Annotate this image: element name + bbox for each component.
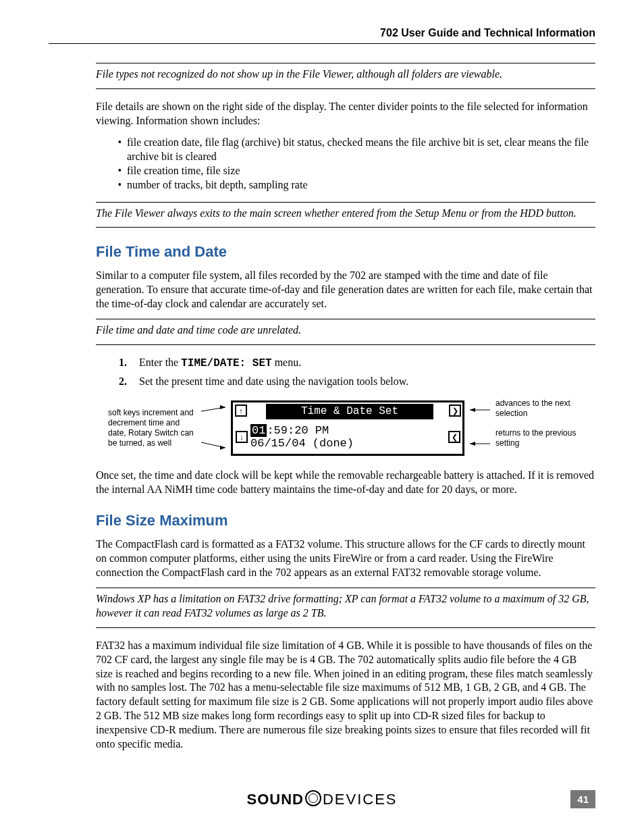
body-paragraph: The CompactFlash card is formatted as a … — [96, 538, 595, 579]
caption-return: returns to the previous setting — [495, 428, 583, 448]
list-item: number of tracks, bit depth, sampling ra… — [127, 178, 595, 192]
svg-marker-1 — [220, 405, 225, 409]
callout-note: File time and date and time code are unr… — [96, 319, 595, 345]
step-item: Set the present time and date using the … — [139, 375, 595, 389]
arrow-connector-left — [201, 405, 225, 452]
step-text: menu. — [272, 357, 302, 368]
svg-marker-5 — [470, 408, 475, 412]
lcd-title: Time & Date Set — [266, 404, 433, 419]
lcd-figure: soft keys increment and decrement time a… — [96, 398, 595, 458]
running-header: 702 User Guide and Technical Information — [49, 27, 595, 44]
section-heading-file-time-date: File Time and Date — [96, 242, 595, 262]
page-number: 41 — [570, 790, 595, 808]
figure-caption-right: advances to the next selection returns t… — [495, 398, 583, 458]
menu-name: TIME/DATE: SET — [181, 357, 271, 369]
lcd-date-line: 06/15/04 (done) — [250, 437, 449, 450]
page: 702 User Guide and Technical Information… — [0, 0, 644, 834]
figure-caption-left: soft keys increment and decrement time a… — [108, 408, 196, 448]
callout-note: Windows XP has a limitation on FAT32 dri… — [96, 588, 595, 628]
svg-marker-3 — [220, 446, 225, 450]
previous-setting-icon: ❮ — [448, 431, 460, 443]
lcd-readout: 01:59:20 PM 06/15/04 (done) — [250, 423, 449, 452]
softkey-down-icon: ↓ — [236, 431, 248, 443]
section-heading-file-size-max: File Size Maximum — [96, 511, 595, 531]
logo-text-bold: SOUND — [246, 791, 303, 808]
caption-advance: advances to the next selection — [495, 398, 583, 419]
svg-marker-7 — [470, 442, 475, 446]
ordered-steps: Enter the TIME/DATE: SET menu. Set the p… — [96, 356, 595, 389]
body-paragraph: File details are shown on the right side… — [96, 100, 595, 128]
logo-swirl-icon — [305, 790, 321, 806]
list-item: file creation date, file flag (archive) … — [127, 136, 595, 164]
logo-text-thin: DEVICES — [323, 791, 398, 808]
body-paragraph: Once set, the time and date clock will b… — [96, 469, 595, 497]
bullet-list: file creation date, file flag (archive) … — [96, 136, 595, 192]
callout-note: The File Viewer always exits to the main… — [96, 202, 595, 228]
softkey-up-icon: ↑ — [235, 405, 247, 417]
page-footer: SOUNDDEVICES 41 — [0, 790, 644, 808]
step-item: Enter the TIME/DATE: SET menu. — [139, 356, 595, 371]
next-selection-icon: ❯ — [449, 405, 461, 417]
arrow-connector-right — [470, 405, 490, 452]
list-item: file creation time, file size — [127, 164, 595, 178]
lcd-screen: ↑ Time & Date Set ❯ ↓ 01:59:20 PM — [231, 400, 464, 456]
brand-logo: SOUNDDEVICES — [246, 790, 397, 808]
page-content: File types not recognized do not show up… — [96, 63, 595, 751]
lcd-hours-selected: 01 — [250, 424, 267, 437]
step-text: Enter the — [139, 357, 181, 368]
body-paragraph: FAT32 has a maximum individual file size… — [96, 639, 595, 751]
lcd-time-rest: :59:20 PM — [267, 424, 329, 437]
body-paragraph: Similar to a computer file system, all f… — [96, 269, 595, 311]
callout-note: File types not recognized do not show up… — [96, 63, 595, 89]
